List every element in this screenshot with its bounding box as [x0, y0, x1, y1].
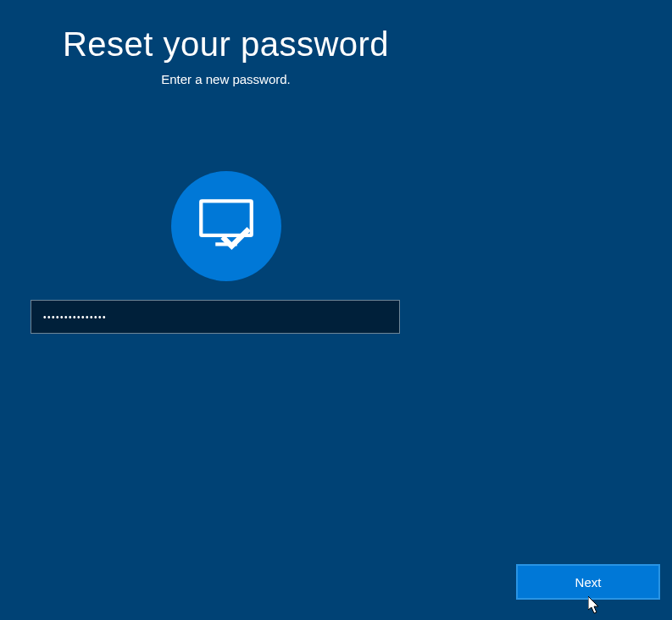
- header: Reset your password Enter a new password…: [0, 0, 672, 86]
- page-title: Reset your password: [0, 25, 672, 64]
- password-mask-value: •••••••••••••••: [43, 313, 107, 322]
- new-password-input[interactable]: •••••••••••••••: [31, 300, 400, 334]
- page-subtitle: Enter a new password.: [0, 72, 672, 86]
- next-button[interactable]: Next: [516, 564, 660, 600]
- monitor-check-icon: [197, 196, 255, 257]
- account-avatar: [171, 171, 281, 281]
- next-button-label: Next: [575, 575, 602, 590]
